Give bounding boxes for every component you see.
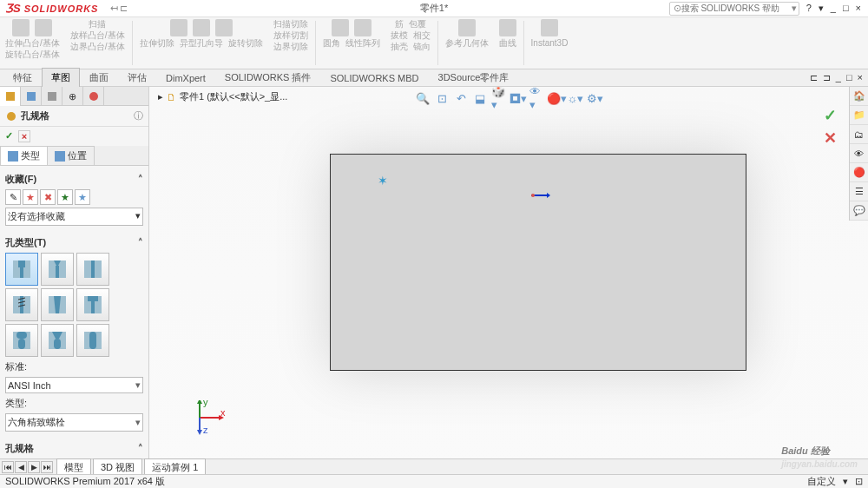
nav-last-icon[interactable]: ⏭ xyxy=(41,461,53,473)
chevron-up-icon[interactable]: ˄ xyxy=(138,443,143,454)
close-button[interactable]: × xyxy=(856,3,861,14)
taskpane-props-icon[interactable]: ☰ xyxy=(850,182,868,201)
cancel-button[interactable]: × xyxy=(18,130,30,142)
sketch-face[interactable] xyxy=(330,154,746,371)
status-icon[interactable]: ⊡ xyxy=(855,476,863,487)
bottom-tab-3dview[interactable]: 3D 视图 xyxy=(93,458,142,476)
doc-max-icon[interactable]: □ xyxy=(846,72,852,83)
panel-tab-dim[interactable]: ⊕ xyxy=(62,87,83,106)
graphics-viewport[interactable]: ▸ 🗋 零件1 (默认<<默认>_显... 🔍 ⊡ ↶ ⬓ 🎲▾ 🞑▾ 👁▾ 🔴… xyxy=(149,87,868,472)
tab-dimxpert[interactable]: DimXpert xyxy=(156,69,215,87)
hole-pipe-tap[interactable] xyxy=(41,288,74,321)
tab-sketch[interactable]: 草图 xyxy=(42,68,80,88)
hole-simple[interactable] xyxy=(76,253,109,286)
curve-icon[interactable] xyxy=(499,19,516,36)
panel-help-icon[interactable]: ⓘ xyxy=(134,109,143,122)
fav-load-icon[interactable]: ★ xyxy=(75,189,90,205)
help-dropdown-icon[interactable]: ▾ xyxy=(819,3,824,14)
breadcrumb-text[interactable]: 零件1 (默认<<默认>_显... xyxy=(180,90,287,103)
tab-features[interactable]: 特征 xyxy=(3,68,42,88)
taskpane-appearance-icon[interactable]: 🔴 xyxy=(850,163,868,182)
maximize-button[interactable]: □ xyxy=(843,3,849,14)
panel-tab-feature[interactable] xyxy=(0,87,21,106)
scene-icon[interactable]: ☼▾ xyxy=(568,90,583,106)
hole-tapped[interactable] xyxy=(5,288,38,321)
hole-countersink[interactable] xyxy=(41,253,74,286)
panel-tab-property[interactable] xyxy=(21,87,42,106)
confirm-corner-cancel[interactable]: ✕ xyxy=(824,129,837,148)
fav-delete-icon[interactable]: ✖ xyxy=(40,189,56,205)
ok-button[interactable]: ✓ xyxy=(5,130,13,142)
status-custom[interactable]: 自定义 xyxy=(807,475,836,488)
type-select[interactable]: 六角精致螺栓▾ xyxy=(5,413,143,432)
doc-min-icon[interactable]: _ xyxy=(836,72,841,83)
pin-right-icon[interactable]: ⊏ xyxy=(120,3,128,14)
extrude-cut-icon[interactable] xyxy=(170,19,187,36)
hole-counterbore[interactable] xyxy=(5,253,38,286)
nav-first-icon[interactable]: ⏮ xyxy=(2,461,14,473)
subtab-position[interactable]: 位置 xyxy=(47,146,95,165)
fav-add-icon[interactable]: ★ xyxy=(23,189,38,205)
taskpane-explorer-icon[interactable]: 🗂 xyxy=(850,125,868,144)
next-doc-icon[interactable]: ⊐ xyxy=(823,72,831,83)
panel-tab-appear[interactable] xyxy=(83,87,104,106)
pattern-icon[interactable] xyxy=(354,19,372,36)
ref-geom-icon[interactable] xyxy=(458,19,476,36)
hole-legacy[interactable] xyxy=(76,288,109,321)
status-dropdown-icon[interactable]: ▾ xyxy=(843,476,848,487)
doc-close-icon[interactable]: × xyxy=(858,72,863,83)
hole-slot-cb[interactable] xyxy=(5,324,38,357)
pin-left-icon[interactable]: ↤ xyxy=(110,3,118,14)
revolve-boss-icon[interactable] xyxy=(35,19,52,36)
hole-slot-cs[interactable] xyxy=(41,324,74,357)
taskpane-view-icon[interactable]: 👁 xyxy=(850,144,868,163)
nav-prev-icon[interactable]: ◀ xyxy=(15,461,27,473)
prev-doc-icon[interactable]: ⊏ xyxy=(810,72,818,83)
favorites-select[interactable]: 没有选择收藏▾ xyxy=(5,208,143,226)
tab-mbd[interactable]: SOLIDWORKS MBD xyxy=(320,69,428,87)
bottom-tab-model[interactable]: 模型 xyxy=(56,458,91,476)
search-box[interactable]: ⊙ ▾ xyxy=(669,2,799,16)
chevron-up-icon[interactable]: ˄ xyxy=(138,174,143,185)
revolve-cut-icon[interactable] xyxy=(215,19,233,36)
view-settings-icon[interactable]: ⚙▾ xyxy=(587,90,602,106)
chevron-right-icon[interactable]: ▸ xyxy=(158,91,163,102)
fillet-icon[interactable] xyxy=(332,19,349,36)
confirm-corner-ok[interactable]: ✓ xyxy=(824,106,837,125)
bottom-tab-motion[interactable]: 运动算例 1 xyxy=(144,458,206,476)
fav-apply-icon[interactable]: ✎ xyxy=(5,189,21,205)
taskpane-resources-icon[interactable]: 🏠 xyxy=(850,87,868,106)
standard-select[interactable]: ANSI Inch▾ xyxy=(5,377,143,393)
prev-view-icon[interactable]: ↶ xyxy=(453,90,469,106)
tab-surface[interactable]: 曲面 xyxy=(80,68,118,88)
chevron-up-icon[interactable]: ˄ xyxy=(138,237,143,248)
search-dropdown-icon[interactable]: ▾ xyxy=(792,3,797,14)
zoom-area-icon[interactable]: ⊡ xyxy=(434,90,450,106)
view-orient-icon[interactable]: 🎲▾ xyxy=(491,90,507,106)
minimize-button[interactable]: _ xyxy=(831,3,836,14)
help-button[interactable]: ? xyxy=(806,3,812,14)
subtab-type[interactable]: 类型 xyxy=(0,146,48,165)
search-input[interactable] xyxy=(681,3,792,13)
tab-evaluate[interactable]: 评估 xyxy=(118,68,156,88)
tab-3dsource[interactable]: 3DSource零件库 xyxy=(429,68,519,88)
loft-label[interactable]: 放样凸台/基体 xyxy=(70,30,125,40)
appearance-icon[interactable]: 🔴▾ xyxy=(549,90,564,106)
hide-show-icon[interactable]: 👁▾ xyxy=(529,90,545,106)
taskpane-forum-icon[interactable]: 💬 xyxy=(850,201,868,221)
hole-wizard-icon[interactable] xyxy=(193,19,210,36)
section-view-icon[interactable]: ⬓ xyxy=(472,90,488,106)
extrude-boss-icon[interactable] xyxy=(12,19,30,36)
orientation-triad[interactable]: x y z xyxy=(193,400,227,437)
hole-slot[interactable] xyxy=(76,324,109,357)
nav-next-icon[interactable]: ▶ xyxy=(28,461,40,473)
boundary-label[interactable]: 边界凸台/基体 xyxy=(70,42,125,51)
fav-save-icon[interactable]: ★ xyxy=(57,189,73,205)
sweep-label[interactable]: 扫描 xyxy=(89,19,106,29)
display-style-icon[interactable]: 🞑▾ xyxy=(510,90,526,106)
zoom-fit-icon[interactable]: 🔍 xyxy=(415,90,431,106)
taskpane-library-icon[interactable]: 📁 xyxy=(850,106,868,125)
instant3d-icon[interactable] xyxy=(541,19,558,36)
tab-addins[interactable]: SOLIDWORKS 插件 xyxy=(215,68,321,88)
panel-tab-config[interactable] xyxy=(42,87,62,106)
